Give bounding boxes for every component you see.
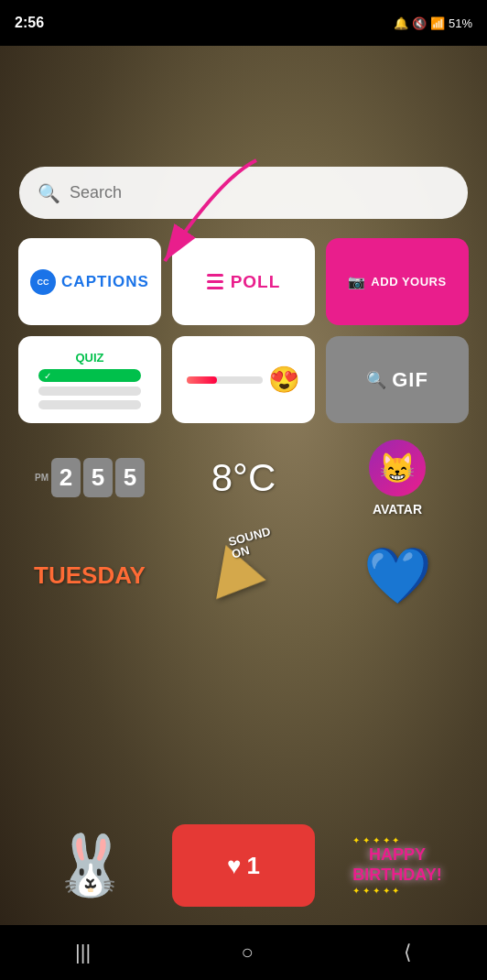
battery-icon: 51% bbox=[449, 16, 472, 30]
nav-recent-icon[interactable]: ||| bbox=[75, 941, 91, 964]
slider-sticker[interactable]: 😍 bbox=[172, 336, 315, 423]
captions-sticker[interactable]: CC CAPTIONS bbox=[18, 238, 161, 325]
tuesday-label: TUESDAY bbox=[34, 561, 146, 590]
gif-sticker[interactable]: 🔍 GIF bbox=[326, 336, 469, 423]
birthday-stars-bottom: ✦ ✦ ✦ ✦ ✦ bbox=[352, 886, 441, 896]
addyours-label: ADD YOURS bbox=[371, 275, 446, 289]
heart-sticker[interactable]: 💙 bbox=[326, 532, 469, 619]
quiz-bar-3 bbox=[38, 400, 141, 409]
time-digit-2: 2 bbox=[51, 458, 81, 497]
birthday-stars-top: ✦ ✦ ✦ ✦ ✦ bbox=[352, 835, 441, 845]
nav-back-icon[interactable]: ⟨ bbox=[404, 941, 412, 964]
notification-icon: 🔔 bbox=[394, 16, 408, 30]
avatar-sticker[interactable]: 😸 AVATAR bbox=[326, 434, 469, 521]
status-icons: 🔔 🔇 📶 51% bbox=[394, 16, 472, 30]
time-digit-5: 5 bbox=[83, 458, 113, 497]
captions-label: CAPTIONS bbox=[61, 273, 149, 291]
bottom-stickers: 🐰 ♥ 1 ✦ ✦ ✦ ✦ ✦ HAPPY BIRTHDAY! ✦ ✦ ✦ ✦ … bbox=[18, 824, 469, 907]
like-sticker[interactable]: ♥ 1 bbox=[172, 824, 315, 907]
birthday-label: HAPPY BIRTHDAY! bbox=[352, 845, 441, 885]
wifi-icon: 📶 bbox=[430, 16, 445, 30]
poll-label: POLL bbox=[231, 272, 281, 292]
search-bar[interactable]: 🔍 bbox=[19, 167, 468, 219]
slider-track bbox=[187, 376, 263, 384]
time-ampm: PM bbox=[35, 473, 49, 483]
poll-lines-icon bbox=[207, 274, 223, 289]
sticker-grid: CC CAPTIONS POLL 📷 ADD YOURS bbox=[18, 238, 469, 619]
avatar-circle: 😸 bbox=[369, 440, 426, 496]
quiz-sticker[interactable]: QUIZ ✓ bbox=[18, 336, 161, 423]
tuesday-sticker[interactable]: TUESDAY bbox=[18, 532, 161, 619]
quiz-bar-2 bbox=[38, 387, 141, 396]
rabbit-sticker[interactable]: 🐰 bbox=[18, 824, 161, 907]
time-digit-5b: 5 bbox=[115, 458, 145, 497]
slider-fill bbox=[187, 376, 217, 384]
gif-label: GIF bbox=[392, 368, 428, 392]
status-time: 2:56 bbox=[15, 15, 44, 31]
like-heart-icon: ♥ bbox=[227, 852, 241, 880]
birthday-sticker[interactable]: ✦ ✦ ✦ ✦ ✦ HAPPY BIRTHDAY! ✦ ✦ ✦ ✦ ✦ bbox=[326, 824, 469, 907]
avatar-label: AVATAR bbox=[373, 502, 422, 517]
gif-search-icon: 🔍 bbox=[366, 370, 386, 390]
rabbit-emoji-icon: 🐰 bbox=[53, 831, 127, 900]
camera-icon: 📷 bbox=[348, 274, 365, 290]
sound-inner: SOUND ON bbox=[221, 549, 266, 604]
sound-on-sticker[interactable]: SOUND ON bbox=[172, 532, 315, 619]
status-bar: 2:56 🔔 🔇 📶 51% bbox=[0, 0, 487, 46]
time-sticker[interactable]: PM 2 5 5 bbox=[18, 434, 161, 521]
nav-home-icon[interactable]: ○ bbox=[241, 941, 253, 964]
addyours-sticker[interactable]: 📷 ADD YOURS bbox=[326, 238, 469, 325]
temperature-value: 8°C bbox=[211, 456, 276, 500]
quiz-bar-1: ✓ bbox=[38, 369, 141, 382]
search-input[interactable] bbox=[70, 183, 449, 202]
nav-bar: ||| ○ ⟨ bbox=[0, 925, 487, 980]
like-count-label: 1 bbox=[246, 852, 259, 880]
poll-sticker[interactable]: POLL bbox=[172, 238, 315, 325]
cc-icon: CC bbox=[30, 269, 56, 295]
mute-icon: 🔇 bbox=[412, 16, 427, 30]
temperature-sticker[interactable]: 8°C bbox=[172, 434, 315, 521]
avatar-face-icon: 😸 bbox=[379, 451, 416, 485]
slider-emoji: 😍 bbox=[268, 365, 300, 395]
heart-icon: 💙 bbox=[363, 543, 432, 608]
screen: 2:56 🔔 🔇 📶 51% 🔍 CC CAPTIONS bbox=[0, 0, 487, 980]
search-icon: 🔍 bbox=[38, 182, 60, 204]
quiz-label: QUIZ bbox=[75, 351, 103, 365]
